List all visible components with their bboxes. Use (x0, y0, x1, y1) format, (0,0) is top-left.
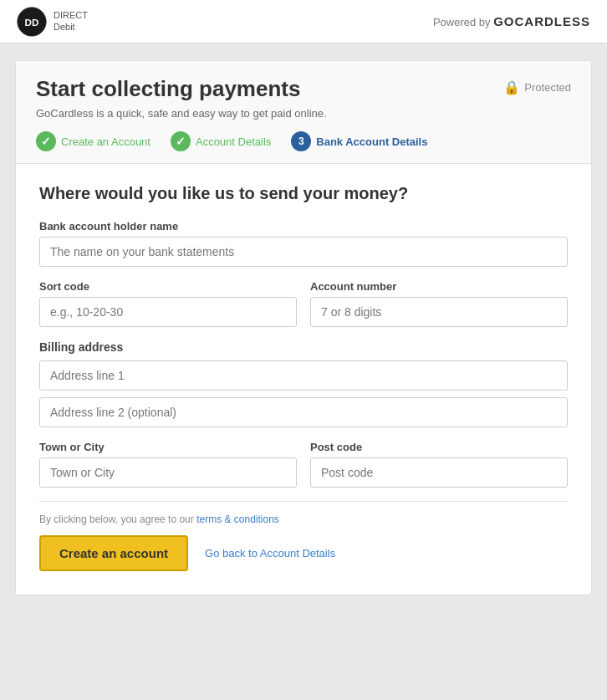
step-3-circle: 3 (291, 131, 311, 151)
back-link[interactable]: Go back to Account Details (205, 547, 335, 559)
protected-label: Protected (524, 81, 571, 94)
terms-link[interactable]: terms & conditions (196, 514, 279, 525)
create-account-label: Create an account (59, 546, 168, 560)
bank-name-group: Bank account holder name (39, 220, 568, 267)
divider (39, 501, 568, 502)
protected-badge: 🔒 Protected (503, 79, 571, 95)
card-header: 🔒 Protected Start collecting payments Go… (16, 61, 591, 164)
town-label: Town or City (39, 441, 297, 453)
postcode-group: Post code (310, 441, 568, 488)
terms-prefix: By clicking below, you agree to our (39, 514, 194, 525)
step-1: ✓ Create an Account (36, 131, 150, 151)
step-3-label: Bank Account Details (316, 135, 427, 148)
form-section-title: Where would you like us to send your mon… (39, 184, 568, 203)
logo-area: DD DIRECT Debit (17, 7, 88, 37)
powered-label: Powered by (433, 16, 491, 28)
main-title: Start collecting payments (36, 76, 571, 102)
account-number-group: Account number (310, 280, 568, 327)
postcode-label: Post code (310, 441, 568, 453)
step-1-circle: ✓ (36, 131, 56, 151)
step-3: 3 Bank Account Details (291, 131, 427, 151)
terms-text: By clicking below, you agree to our term… (39, 514, 568, 525)
step-1-label: Create an Account (61, 135, 150, 148)
logo-line1: DIRECT (54, 10, 88, 21)
terms-link-text: terms & conditions (196, 514, 279, 525)
direct-debit-logo: DD (17, 7, 47, 37)
logo-line2: Debit (54, 22, 88, 33)
svg-text:DD: DD (25, 16, 39, 27)
sort-code-input[interactable] (39, 297, 297, 327)
sort-account-row: Sort code Account number (39, 280, 568, 327)
top-bar: DD DIRECT Debit Powered by GOCARDLESS (0, 0, 607, 43)
address-line2-input[interactable] (39, 397, 568, 427)
subtitle: GoCardless is a quick, safe and easy way… (36, 107, 571, 120)
main-card: 🔒 Protected Start collecting payments Go… (15, 60, 592, 595)
create-account-button[interactable]: Create an account (39, 535, 188, 571)
sort-code-group: Sort code (39, 280, 297, 327)
billing-address-section: Billing address (39, 340, 568, 427)
logo-text: DIRECT Debit (54, 10, 88, 32)
step-2-label: Account Details (196, 135, 271, 148)
bank-name-input[interactable] (39, 237, 568, 267)
steps-bar: ✓ Create an Account ✓ Account Details 3 … (36, 131, 571, 151)
billing-address-label: Billing address (39, 340, 568, 354)
account-number-label: Account number (310, 280, 568, 293)
card-body: Where would you like us to send your mon… (16, 164, 591, 595)
powered-by: Powered by GOCARDLESS (433, 14, 590, 28)
address-inputs (39, 360, 568, 427)
lock-icon: 🔒 (503, 79, 520, 95)
address-line1-input[interactable] (39, 360, 568, 391)
step-2: ✓ Account Details (171, 131, 271, 151)
step-2-circle: ✓ (171, 131, 191, 151)
town-group: Town or City (39, 441, 297, 488)
account-number-input[interactable] (310, 297, 568, 327)
bank-name-label: Bank account holder name (39, 220, 568, 232)
sort-code-label: Sort code (39, 280, 297, 293)
town-postcode-row: Town or City Post code (39, 441, 568, 488)
bottom-actions: Create an account Go back to Account Det… (39, 535, 568, 571)
town-input[interactable] (39, 457, 297, 488)
back-link-text: Go back to Account Details (205, 547, 335, 559)
postcode-input[interactable] (310, 457, 568, 488)
brand-name: GOCARDLESS (493, 14, 590, 28)
